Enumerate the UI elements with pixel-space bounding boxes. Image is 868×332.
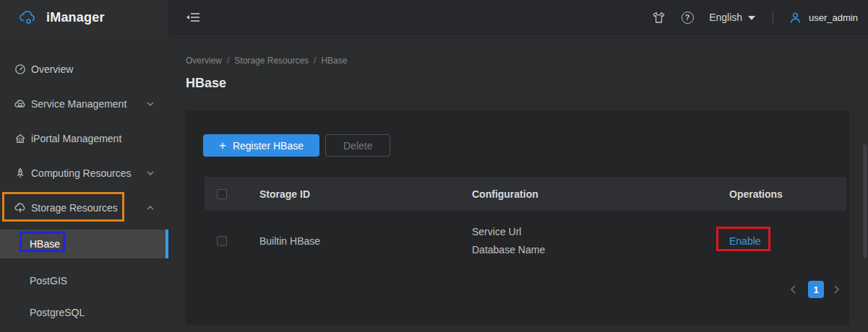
- chevron-down-icon: [147, 170, 154, 176]
- table-header: Storage ID Configuration Operations: [205, 177, 846, 211]
- chevron-up-icon: [147, 205, 154, 211]
- topbar-divider: [773, 10, 773, 25]
- sidebar-item-label: Overview: [31, 64, 73, 75]
- sidebar-subitem-label: PostGIS: [30, 275, 67, 287]
- column-operations: Operations: [718, 188, 846, 200]
- plus-icon: +: [219, 139, 226, 152]
- delete-button[interactable]: Delete: [325, 134, 390, 157]
- help-icon[interactable]: ?: [680, 10, 695, 25]
- breadcrumb-separator: /: [227, 56, 229, 66]
- sidebar-item-label: iPortal Management: [31, 133, 121, 144]
- content-panel: + Register HBase Delete Storage ID Confi…: [186, 110, 849, 325]
- scrollbar-thumb[interactable]: [863, 144, 867, 258]
- breadcrumb-hbase: HBase: [321, 56, 347, 66]
- sidebar-subitem-label: PostgreSQL: [30, 307, 85, 318]
- topbar: iManager: [0, 0, 868, 35]
- sidebar-item-service-management[interactable]: Service Management: [0, 87, 168, 121]
- config-database-name: Database Name: [472, 241, 718, 259]
- storage-table: Storage ID Configuration Operations Buil…: [205, 177, 846, 271]
- sidebar-subitem-postgresql[interactable]: PostgreSQL: [0, 297, 168, 328]
- enable-link[interactable]: Enable: [729, 235, 761, 247]
- username: user_admin: [809, 12, 858, 23]
- row-checkbox[interactable]: [217, 236, 227, 246]
- page-title: HBase: [186, 76, 226, 91]
- chevron-down-icon: [147, 101, 154, 107]
- sidebar-subitem-hbase[interactable]: HBase: [0, 230, 168, 258]
- select-all-checkbox[interactable]: [217, 189, 227, 199]
- register-hbase-label: Register HBase: [233, 140, 304, 152]
- sidebar-subitem-postgis[interactable]: PostGIS: [0, 265, 168, 297]
- breadcrumb: Overview / Storage Resources / HBase: [186, 56, 347, 66]
- rocket-icon: [14, 167, 26, 179]
- app-title: iManager: [46, 10, 105, 25]
- page-number-current[interactable]: 1: [808, 281, 824, 298]
- breadcrumb-overview[interactable]: Overview: [186, 56, 222, 66]
- language-label: English: [709, 12, 742, 23]
- app-window: iManager: [0, 0, 868, 332]
- table-row: Builtin HBase Service Url Database Name …: [205, 211, 846, 271]
- breadcrumb-separator: /: [314, 56, 316, 66]
- service-cloud-icon: [14, 98, 26, 110]
- theme-shirt-icon[interactable]: [651, 10, 666, 25]
- logo-area: iManager: [0, 0, 168, 35]
- storage-id-cell: Builtin HBase: [248, 235, 460, 247]
- configuration-cell: Service Url Database Name: [460, 223, 718, 259]
- storage-cloud-icon: [14, 202, 26, 214]
- sidebar-item-iportal-management[interactable]: iPortal Management: [0, 121, 168, 156]
- portal-home-icon: [14, 133, 26, 144]
- topbar-main: ? English user_admin: [168, 0, 868, 35]
- prev-page-icon[interactable]: [790, 284, 799, 294]
- sidebar-item-storage-resources[interactable]: Storage Resources: [0, 191, 168, 225]
- sidebar-item-label: Service Management: [31, 98, 126, 110]
- sidebar: Overview Service Management: [0, 35, 168, 332]
- caret-down-icon: [748, 16, 755, 20]
- register-hbase-button[interactable]: + Register HBase: [203, 134, 319, 157]
- operations-cell: Enable: [718, 235, 846, 247]
- sidebar-item-overview[interactable]: Overview: [0, 52, 168, 87]
- sidebar-subitem-label: HBase: [30, 238, 60, 250]
- topbar-right: ? English user_admin: [644, 0, 862, 35]
- sidebar-item-label: Computing Resources: [31, 167, 132, 179]
- column-storage-id: Storage ID: [248, 188, 460, 200]
- user-icon: [789, 12, 802, 24]
- collapse-sidebar-icon[interactable]: [186, 10, 200, 25]
- user-menu[interactable]: user_admin: [789, 12, 858, 24]
- cloud-gear-logo-icon: [19, 9, 38, 26]
- config-service-url: Service Url: [472, 223, 718, 241]
- language-selector[interactable]: English: [709, 12, 755, 23]
- next-page-icon[interactable]: [833, 284, 842, 294]
- column-configuration: Configuration: [460, 188, 718, 200]
- sidebar-item-label: Storage Resources: [31, 202, 118, 214]
- toolbar: + Register HBase Delete: [203, 134, 390, 157]
- sidebar-item-computing-resources[interactable]: Computing Resources: [0, 156, 168, 191]
- main-content: Overview / Storage Resources / HBase HBa…: [168, 35, 868, 332]
- breadcrumb-storage-resources[interactable]: Storage Resources: [234, 56, 309, 66]
- help-glyph: ?: [685, 13, 690, 22]
- gauge-icon: [14, 64, 26, 75]
- pagination: 1: [790, 281, 842, 298]
